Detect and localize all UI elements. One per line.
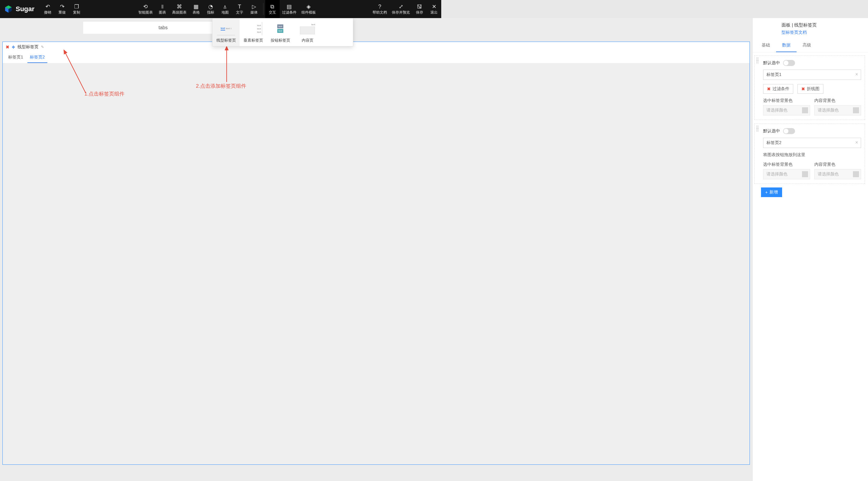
redo-icon: ↷ xyxy=(60,4,64,10)
text-icon: T xyxy=(238,4,241,10)
dd-vert-tabs[interactable]: texttexttext 垂直标签页 xyxy=(240,19,267,46)
tabs-component[interactable]: ✖ ✥ 线型标签页 ✎ 标签页1 标签页2 xyxy=(2,41,441,241)
component-body xyxy=(3,63,441,241)
template-button[interactable]: ◈组件模板 xyxy=(299,0,318,18)
template-icon: ◈ xyxy=(307,4,311,10)
chart-icon: ⫴ xyxy=(161,4,164,10)
metric-icon: ◔ xyxy=(208,4,213,10)
adv-chart-button[interactable]: ⌘高级图表 xyxy=(170,0,189,18)
right-tools: ?帮助文档 ⤢保存并预览 🖫保存 ✕退出 xyxy=(370,0,441,18)
top-toolbar: Sugar ↶ 撤销 ↷ 重做 ❐ 复制 ⟲智能图表 ⫴图表 ⌘高级图表 ▦表格… xyxy=(0,0,441,18)
dd-btn-tabs[interactable]: texttext 按钮标签页 xyxy=(267,19,294,46)
interact-icon: ⧉ xyxy=(270,4,274,10)
edit-title-icon[interactable]: ✎ xyxy=(41,45,44,49)
history-tools: ↶ 撤销 ↷ 重做 ❐ 复制 xyxy=(40,0,84,18)
interact-dropdown: texttextt 线型标签页 texttexttext 垂直标签页 textt… xyxy=(212,18,353,46)
component-tab-1[interactable]: 标签页1 xyxy=(6,53,26,63)
dd-thumb-line-icon: texttextt xyxy=(217,22,235,35)
smart-chart-icon: ⟲ xyxy=(143,4,148,10)
chart-button[interactable]: ⫴图表 xyxy=(155,0,170,18)
redo-button[interactable]: ↷ 重做 xyxy=(55,0,69,18)
help-button[interactable]: ?帮助文档 xyxy=(370,0,390,18)
filter-icon: ▤ xyxy=(287,4,292,10)
table-button[interactable]: ▦表格 xyxy=(189,0,204,18)
undo-icon: ↶ xyxy=(45,4,50,10)
dd-thumb-btn-icon: texttext xyxy=(271,22,289,35)
media-button[interactable]: ▷媒体 xyxy=(247,0,261,18)
copy-button[interactable]: ❐ 复制 xyxy=(69,0,84,18)
help-icon: ? xyxy=(378,4,381,10)
map-icon: ⍋ xyxy=(223,4,227,10)
expand-icon: ⤢ xyxy=(399,4,403,10)
tabs-placeholder-label: tabs xyxy=(158,25,167,30)
brand-name: Sugar xyxy=(16,5,34,13)
dd-thumb-vert-icon: texttexttext xyxy=(244,22,262,35)
exit-button[interactable]: ✕退出 xyxy=(427,0,441,18)
component-tab-2[interactable]: 标签页2 xyxy=(27,53,47,63)
metric-button[interactable]: ◔指标 xyxy=(204,0,218,18)
dd-line-tabs[interactable]: texttextt 线型标签页 xyxy=(213,19,240,46)
canvas[interactable]: tabs ✖ ✥ 线型标签页 ✎ 标签页1 标签页2 1.点击标签页组件 2.点… xyxy=(0,18,441,241)
close-icon: ✕ xyxy=(432,4,436,10)
delete-component-icon[interactable]: ✖ xyxy=(6,44,9,50)
component-title: 线型标签页 xyxy=(18,44,38,50)
dd-thumb-content-icon: text xyxy=(299,22,316,35)
adv-chart-icon: ⌘ xyxy=(177,4,182,10)
brand: Sugar xyxy=(0,0,40,18)
dd-content-page[interactable]: text 内容页 xyxy=(294,19,321,46)
media-icon: ▷ xyxy=(252,4,256,10)
table-icon: ▦ xyxy=(193,4,198,10)
preview-button[interactable]: ⤢保存并预览 xyxy=(390,0,412,18)
filter-button[interactable]: ▤过滤条件 xyxy=(280,0,299,18)
text-button[interactable]: T文字 xyxy=(232,0,247,18)
logo-icon xyxy=(4,5,13,13)
component-tab-strip: 标签页1 标签页2 xyxy=(3,52,441,63)
map-button[interactable]: ⍋地图 xyxy=(218,0,232,18)
save-button[interactable]: 🖫保存 xyxy=(412,0,427,18)
save-icon: 🖫 xyxy=(417,4,422,10)
annotation-1: 1.点击标签页组件 xyxy=(84,90,124,97)
interact-button[interactable]: ⧉交互 xyxy=(265,0,280,18)
copy-icon: ❐ xyxy=(74,4,79,10)
component-tools: ⟲智能图表 ⫴图表 ⌘高级图表 ▦表格 ◔指标 ⍋地图 T文字 ▷媒体 ⧉交互 … xyxy=(136,0,318,18)
smart-chart-button[interactable]: ⟲智能图表 xyxy=(136,0,155,18)
undo-button[interactable]: ↶ 撤销 xyxy=(40,0,55,18)
annotation-2: 2.点击添加标签页组件 xyxy=(196,83,246,90)
move-component-icon[interactable]: ✥ xyxy=(12,45,15,50)
